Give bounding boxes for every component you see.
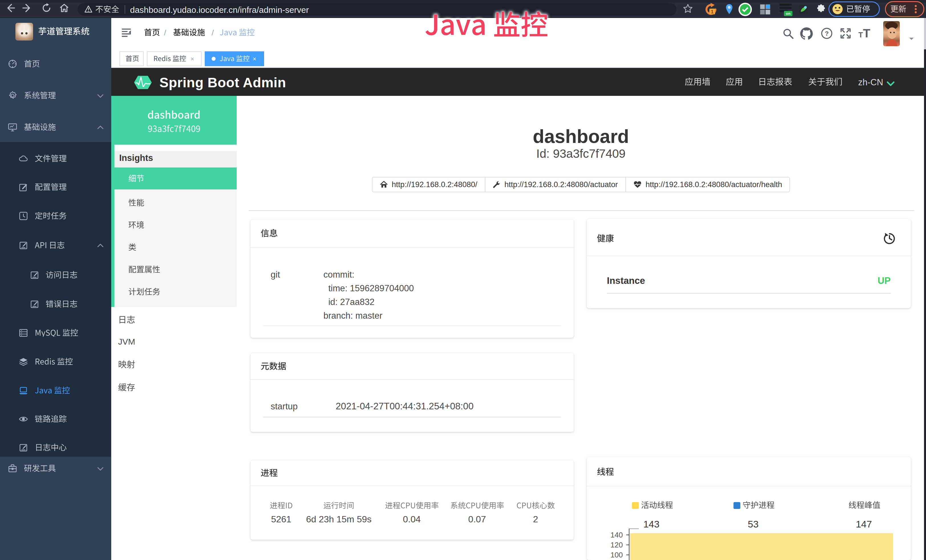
svg-text:on: on <box>786 11 791 16</box>
svg-text:1: 1 <box>711 9 714 15</box>
svg-text:?: ? <box>825 30 829 37</box>
